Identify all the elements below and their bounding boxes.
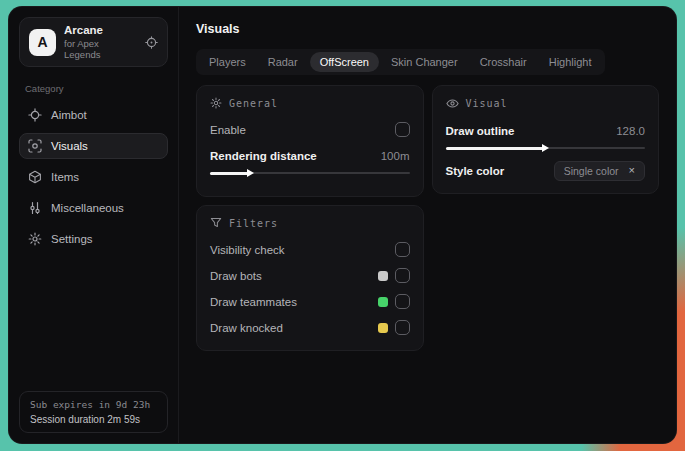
app-window: A Arcane for Apex Legends Category Aimbo… xyxy=(8,6,677,444)
draw-outline-value: 128.0 xyxy=(616,125,645,137)
sliders-icon xyxy=(28,201,42,215)
scan-eye-icon xyxy=(28,139,42,153)
draw-teammates-label: Draw teammates xyxy=(210,296,297,308)
general-panel-header: General xyxy=(210,97,410,109)
slider-fill xyxy=(210,172,250,175)
enable-checkbox[interactable] xyxy=(395,122,410,137)
clear-icon[interactable]: × xyxy=(629,165,635,176)
gear-icon xyxy=(28,232,42,246)
draw-bots-checkbox[interactable] xyxy=(395,268,410,283)
brand-card: A Arcane for Apex Legends xyxy=(19,17,168,67)
sidebar-item-items[interactable]: Items xyxy=(19,164,168,190)
page-title: Visuals xyxy=(196,22,659,36)
tab-offscreen[interactable]: OffScreen xyxy=(310,52,379,72)
session-info-card: Sub expires in 9d 23h Session duration 2… xyxy=(19,391,168,433)
sidebar-item-label: Visuals xyxy=(51,140,88,152)
left-column: General Enable Rendering distance 100m xyxy=(196,85,424,351)
package-icon xyxy=(28,170,42,184)
sidebar-item-label: Settings xyxy=(51,233,93,245)
session-duration-text: Session duration 2m 59s xyxy=(30,414,157,425)
draw-knocked-color-swatch[interactable] xyxy=(378,323,388,333)
sidebar: A Arcane for Apex Legends Category Aimbo… xyxy=(9,7,179,443)
draw-teammates-row: Draw teammates xyxy=(210,291,410,312)
draw-teammates-color-swatch[interactable] xyxy=(378,297,388,307)
style-color-label: Style color xyxy=(446,165,505,177)
crosshair-icon xyxy=(28,108,42,122)
draw-bots-label: Draw bots xyxy=(210,270,262,282)
filters-panel: Filters Visibility check Draw bots Draw … xyxy=(196,205,424,351)
brand-text: Arcane for Apex Legends xyxy=(64,24,137,60)
app-logo: A xyxy=(29,29,56,56)
sidebar-item-settings[interactable]: Settings xyxy=(19,226,168,252)
draw-knocked-row: Draw knocked xyxy=(210,317,410,338)
visual-panel: Visual Draw outline 128.0 Style color xyxy=(432,85,660,194)
visibility-check-label: Visibility check xyxy=(210,244,285,256)
target-icon[interactable] xyxy=(145,36,158,49)
slider-fill xyxy=(446,147,546,150)
tab-crosshair[interactable]: Crosshair xyxy=(470,52,537,72)
draw-bots-color-swatch[interactable] xyxy=(378,271,388,281)
enable-label: Enable xyxy=(210,124,246,136)
filters-panel-title: Filters xyxy=(229,218,278,229)
app-subtitle: for Apex Legends xyxy=(64,38,137,60)
draw-outline-slider[interactable] xyxy=(446,143,646,153)
panels-grid: General Enable Rendering distance 100m xyxy=(196,85,659,351)
draw-knocked-label: Draw knocked xyxy=(210,322,283,334)
rendering-distance-label: Rendering distance xyxy=(210,150,317,162)
rendering-distance-slider[interactable] xyxy=(210,168,410,178)
draw-outline-row: Draw outline 128.0 xyxy=(446,120,646,141)
tab-radar[interactable]: Radar xyxy=(258,52,308,72)
draw-bots-row: Draw bots xyxy=(210,265,410,286)
sidebar-item-visuals[interactable]: Visuals xyxy=(19,133,168,159)
general-panel-title: General xyxy=(229,98,278,109)
sidebar-item-label: Items xyxy=(51,171,79,183)
right-column: Visual Draw outline 128.0 Style color xyxy=(432,85,660,194)
funnel-icon xyxy=(210,217,222,229)
sub-expiry-text: Sub expires in 9d 23h xyxy=(30,399,157,410)
draw-knocked-checkbox[interactable] xyxy=(395,320,410,335)
general-panel: General Enable Rendering distance 100m xyxy=(196,85,424,197)
sun-gear-icon xyxy=(210,97,222,109)
filters-panel-header: Filters xyxy=(210,217,410,229)
visibility-check-row: Visibility check xyxy=(210,239,410,260)
slider-thumb[interactable] xyxy=(247,169,254,177)
enable-row: Enable xyxy=(210,119,410,140)
draw-teammates-checkbox[interactable] xyxy=(395,294,410,309)
visibility-check-checkbox[interactable] xyxy=(395,242,410,257)
tab-players[interactable]: Players xyxy=(199,52,256,72)
visual-panel-title: Visual xyxy=(466,98,508,109)
slider-thumb[interactable] xyxy=(542,144,549,152)
app-title: Arcane xyxy=(64,24,137,36)
style-color-select[interactable]: Single color × xyxy=(554,161,645,181)
tab-bar: Players Radar OffScreen Skin Changer Cro… xyxy=(196,49,605,75)
tab-highlight[interactable]: Highlight xyxy=(539,52,602,72)
visual-panel-header: Visual xyxy=(446,97,646,110)
style-color-row: Style color Single color × xyxy=(446,160,646,181)
tab-skin-changer[interactable]: Skin Changer xyxy=(381,52,468,72)
sidebar-item-label: Miscellaneous xyxy=(51,202,124,214)
style-color-value: Single color xyxy=(564,165,619,177)
rendering-distance-value: 100m xyxy=(381,150,410,162)
sidebar-item-label: Aimbot xyxy=(51,109,87,121)
sidebar-item-miscellaneous[interactable]: Miscellaneous xyxy=(19,195,168,221)
eye-icon xyxy=(446,97,459,110)
draw-outline-label: Draw outline xyxy=(446,125,515,137)
category-label: Category xyxy=(25,83,162,94)
main-content: Visuals Players Radar OffScreen Skin Cha… xyxy=(179,7,676,443)
rendering-distance-row: Rendering distance 100m xyxy=(210,145,410,166)
sidebar-item-aimbot[interactable]: Aimbot xyxy=(19,102,168,128)
